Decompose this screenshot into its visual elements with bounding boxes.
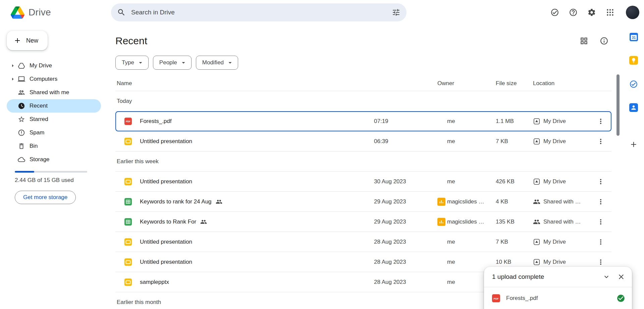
table-header[interactable]: Name Owner File size Location — [115, 76, 611, 91]
calendar-panel-button[interactable] — [627, 30, 640, 44]
help-icon — [569, 8, 578, 17]
sidebar-item-label: Shared with me — [30, 89, 69, 96]
slides-file-icon — [124, 178, 132, 185]
toast-close-button[interactable] — [614, 269, 629, 284]
table-row[interactable]: Untitled presentation 30 Aug 2023 me 426… — [115, 172, 611, 192]
scrollbar-thumb[interactable] — [616, 74, 620, 136]
modified-cell: 28 Aug 2023 — [374, 239, 437, 245]
bin-trash-icon — [17, 142, 25, 150]
file-name: Untitled presentation — [140, 178, 192, 185]
keep-panel-button[interactable] — [627, 54, 640, 67]
settings-button[interactable] — [584, 5, 599, 20]
more-vert-icon — [597, 137, 605, 145]
my-drive-location-icon — [533, 178, 540, 185]
chip-label: Type — [122, 59, 134, 66]
plus-icon — [629, 140, 638, 149]
section-label-earlier-this-week: Earlier this week — [115, 151, 611, 172]
get-more-storage-button[interactable]: Get more storage — [15, 191, 76, 204]
row-menu-button[interactable] — [594, 195, 607, 208]
slides-file-icon — [124, 138, 132, 145]
sidebar-item-label: Storage — [30, 156, 50, 163]
grid-view-toggle[interactable] — [577, 34, 591, 48]
file-name: Keywords to rank for 24 Aug — [140, 198, 212, 205]
table-row[interactable]: Untitled presentation 28 Aug 2023 me 7 K… — [115, 232, 611, 252]
new-button[interactable]: New — [7, 31, 48, 50]
table-row[interactable]: Keywords to rank for 24 Aug 29 Aug 2023 … — [115, 192, 611, 212]
column-location[interactable]: Location — [533, 80, 591, 87]
more-vert-icon — [597, 258, 605, 266]
upload-success-check-icon — [616, 294, 625, 303]
owner-avatar — [437, 198, 445, 206]
table-row[interactable]: Keywords to Rank For 29 Aug 2023 magicsl… — [115, 212, 611, 232]
sidebar-item-label: Recent — [30, 103, 48, 109]
more-vert-icon — [597, 218, 605, 226]
tune-icon — [392, 8, 400, 17]
chevron-down-icon — [137, 59, 144, 66]
toast-collapse-button[interactable] — [599, 269, 614, 284]
row-menu-button[interactable] — [594, 115, 607, 128]
contacts-panel-button[interactable] — [627, 101, 640, 114]
search-input[interactable] — [130, 3, 388, 21]
topbar-actions — [547, 0, 639, 25]
google-apps-button[interactable] — [603, 5, 618, 20]
sidebar-item-storage[interactable]: Storage — [7, 153, 101, 166]
avatar[interactable] — [626, 6, 639, 19]
tasks-icon — [629, 80, 638, 88]
column-file-size[interactable]: File size — [496, 80, 533, 87]
uploaded-file-row[interactable]: Forests_.pdf — [484, 287, 632, 309]
sidebar-item-label: Computers — [30, 76, 57, 82]
file-size-cell: 135 KB — [496, 219, 533, 225]
sidebar-item-recent[interactable]: Recent — [7, 99, 101, 113]
my-drive-location-icon — [533, 238, 540, 246]
sidebar-item-starred[interactable]: Starred — [7, 113, 101, 126]
row-menu-button[interactable] — [594, 135, 607, 148]
expand-arrow-icon[interactable] — [9, 76, 17, 82]
modified-cell: 29 Aug 2023 — [374, 198, 437, 205]
sidebar-item-bin[interactable]: Bin — [7, 139, 101, 153]
apps-grid-icon — [606, 8, 614, 17]
sidebar-item-my-drive[interactable]: My Drive — [7, 59, 101, 72]
shared-people-icon — [200, 219, 207, 225]
sidebar-item-computers[interactable]: Computers — [7, 72, 101, 86]
drive-home-link[interactable]: Drive — [11, 0, 51, 25]
row-menu-button[interactable] — [594, 235, 607, 249]
modified-cell: 28 Aug 2023 — [374, 259, 437, 265]
tasks-panel-button[interactable] — [627, 77, 640, 91]
details-button[interactable] — [597, 34, 611, 48]
view-actions — [577, 34, 611, 48]
star-icon — [17, 115, 25, 123]
column-owner[interactable]: Owner — [437, 80, 496, 87]
row-menu-button[interactable] — [594, 215, 607, 229]
file-size-cell: 4 KB — [496, 198, 533, 205]
sidebar-item-spam[interactable]: Spam — [7, 126, 101, 139]
filter-type-chip[interactable]: Type — [115, 56, 149, 70]
file-size-cell: 7 KB — [496, 239, 533, 245]
search-options-button[interactable] — [388, 5, 404, 20]
shared-location-icon — [533, 218, 540, 226]
search-bar[interactable] — [111, 3, 407, 21]
shared-people-icon — [216, 198, 222, 205]
table-row[interactable]: Forests_.pdf 07:19 me 1.1 MB My Drive — [115, 111, 611, 131]
filter-people-chip[interactable]: People — [153, 56, 192, 70]
expand-arrow-icon[interactable] — [9, 62, 17, 69]
slides-file-icon — [124, 258, 132, 266]
sheets-file-icon — [124, 198, 132, 205]
shared-people-icon — [17, 88, 25, 97]
offline-status-button[interactable] — [547, 5, 562, 20]
file-size-cell: 7 KB — [496, 138, 533, 145]
owner-cell: me — [447, 239, 455, 245]
add-panel-app-button[interactable] — [627, 138, 640, 151]
table-row[interactable]: Untitled presentation 06:39 me 7 KB My D… — [115, 131, 611, 151]
check-circle-icon — [550, 8, 559, 17]
column-name[interactable]: Name — [117, 80, 374, 87]
search-button[interactable] — [114, 5, 129, 20]
new-button-label: New — [26, 37, 38, 44]
sidebar-item-shared-with-me[interactable]: Shared with me — [7, 86, 101, 99]
row-menu-button[interactable] — [594, 175, 607, 188]
modified-cell: 30 Aug 2023 — [374, 178, 437, 185]
filter-modified-chip[interactable]: Modified — [196, 56, 238, 70]
close-icon — [617, 273, 625, 281]
modified-cell: 06:39 — [374, 138, 437, 145]
help-button[interactable] — [566, 5, 581, 20]
sidebar-item-label: My Drive — [30, 62, 52, 69]
